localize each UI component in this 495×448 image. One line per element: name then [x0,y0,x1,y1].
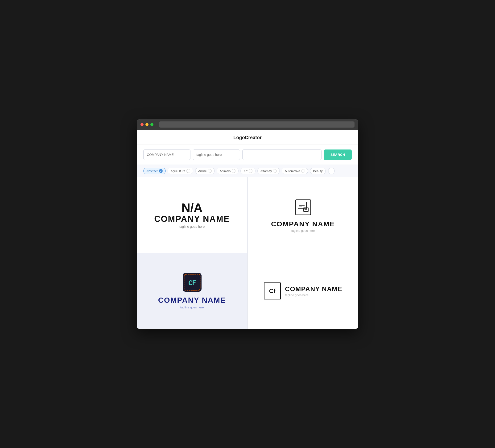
filter-next-button[interactable]: → [328,168,335,174]
filter-agriculture-label: Agriculture [171,169,185,173]
maximize-button[interactable] [150,123,153,126]
logo4-cf-box: Cf [264,282,281,299]
filter-abstract-check: ✓ [159,169,163,173]
browser-window: LogoCreator SEARCH Abstract ✓ Agricultur… [137,119,358,329]
app-title: LogoCreator [233,135,262,140]
filter-attorney-check [273,169,277,173]
address-bar[interactable] [159,121,355,127]
filter-animals-label: Animals [220,169,231,173]
logo3-tagline: tagline goes here [180,306,204,309]
filter-agriculture[interactable]: Agriculture [168,168,193,174]
logo3-company-name: COMPANY NAME [158,296,226,305]
filter-airline[interactable]: Airline [195,168,215,174]
logo1-na-text: N/A [181,202,203,214]
close-button[interactable] [140,123,144,126]
browser-content: LogoCreator SEARCH Abstract ✓ Agricultur… [137,130,358,329]
filter-beauty[interactable]: Beauty [310,168,326,174]
search-button[interactable]: SEARCH [324,150,352,160]
filter-automotive-check [301,169,305,173]
logo3-cf-icon: CF [183,273,202,293]
filter-airline-label: Airline [198,169,207,173]
logo-card-4[interactable]: Cf COMPANY NAME tagline goes here [248,253,358,329]
logo-card-2[interactable]: COMPANY NAME tagline goes here [248,177,358,253]
minimize-button[interactable] [145,123,149,126]
logo-grid: N/A COMPANY NAME tagline goes here [137,177,358,329]
filter-agriculture-check [186,169,190,173]
logo2-icon [294,198,313,218]
arrow-right-icon: → [330,169,333,173]
logo2-tagline: tagline goes here [291,229,315,233]
company-name-input[interactable] [143,150,191,160]
logo4-tagline: tagline goes here [285,293,342,297]
logo1-tagline: tagline goes here [179,225,205,228]
filter-automotive-label: Automotive [285,169,300,173]
logo4-text-group: COMPANY NAME tagline goes here [285,285,342,297]
tagline-input[interactable] [193,150,240,160]
filter-art-label: Art [244,169,248,173]
filter-bar: Abstract ✓ Agriculture Airline Animals A… [137,165,358,177]
search-bar: SEARCH [137,145,358,165]
filter-animals-check [232,169,235,173]
extra-search-input[interactable] [242,150,321,160]
browser-titlebar [137,119,358,130]
filter-automotive[interactable]: Automotive [282,168,308,174]
filter-airline-check [208,169,212,173]
logo4-company-name: COMPANY NAME [285,285,342,293]
filter-abstract-label: Abstract [146,169,158,173]
logo-card-1[interactable]: N/A COMPANY NAME tagline goes here [137,177,247,253]
filter-art-check [249,169,252,173]
filter-beauty-label: Beauty [313,169,322,173]
svg-text:CF: CF [188,279,196,287]
logo-card-3[interactable]: CF COMPANY NAME tagline goes here [137,253,247,329]
filter-attorney-label: Attorney [261,169,272,173]
filter-abstract[interactable]: Abstract ✓ [143,168,166,174]
filter-attorney[interactable]: Attorney [257,168,280,174]
logo1-company-name: COMPANY NAME [154,215,230,223]
filter-animals[interactable]: Animals [217,168,239,174]
logo2-company-name: COMPANY NAME [271,220,335,228]
app-header: LogoCreator [137,130,358,145]
logo4-row: Cf COMPANY NAME tagline goes here [264,282,342,299]
filter-art[interactable]: Art [240,168,256,174]
logo4-cf-text: Cf [269,287,275,295]
